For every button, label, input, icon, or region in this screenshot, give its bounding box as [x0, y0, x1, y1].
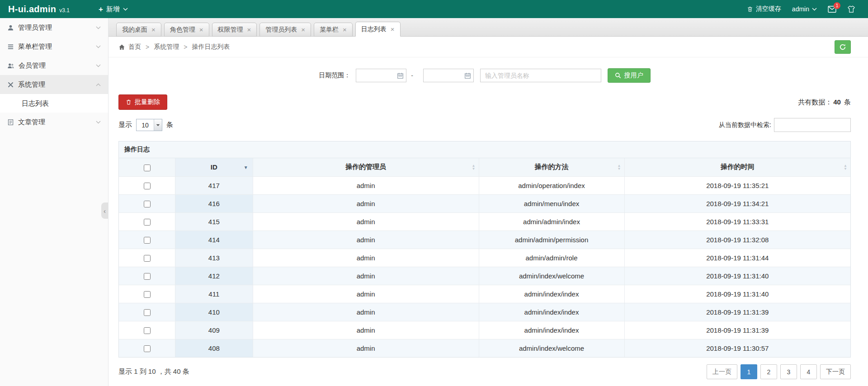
breadcrumb-system-manage[interactable]: 系统管理 — [154, 43, 179, 51]
tab-role-manage[interactable]: 角色管理 × — [164, 23, 209, 37]
refresh-icon — [839, 43, 846, 51]
row-checkbox[interactable] — [144, 309, 151, 316]
brand-version: v3.1 — [59, 7, 70, 14]
cell-time: 2018-09-19 11:31:40 — [624, 267, 850, 285]
tab-close-icon[interactable]: × — [391, 26, 395, 33]
trash-icon — [747, 6, 753, 13]
column-header-method[interactable]: 操作的方法 ▲▼ — [479, 158, 624, 176]
tab-my-desktop[interactable]: 我的桌面 × — [116, 23, 161, 37]
table-row: 409 admin admin/index/index 2018-09-19 1… — [119, 321, 850, 339]
row-checkbox[interactable] — [144, 345, 151, 352]
tab-close-icon[interactable]: × — [301, 26, 305, 33]
date-to-field[interactable] — [424, 69, 462, 82]
chevron-down-icon — [96, 64, 101, 67]
sidebar-collapse-handle[interactable]: ‹ — [101, 202, 108, 219]
user-menu[interactable]: admin — [792, 5, 817, 13]
breadcrumb-separator: > — [184, 43, 187, 51]
column-header-admin[interactable]: 操作的管理员 ▲▼ — [253, 158, 479, 176]
sidebar-item-system-manage[interactable]: 系统管理 — [0, 75, 108, 94]
next-page-button[interactable]: 下一页 — [820, 364, 851, 379]
cell-checkbox — [119, 176, 175, 194]
clear-cache-button[interactable]: 清空缓存 — [747, 5, 781, 13]
sidebar-item-article-manage[interactable]: 文章管理 — [0, 113, 108, 132]
total-count: 共有数据：40 条 — [798, 98, 851, 107]
tab-close-icon[interactable]: × — [247, 26, 251, 33]
table-controls: 显示 10 条 从当前数据中检索: — [118, 118, 851, 132]
pagination: 上一页 1 2 3 4 下一页 — [703, 364, 851, 379]
cell-method: admin/admin/permission — [479, 231, 624, 249]
search-user-label: 搜用户 — [624, 71, 643, 80]
cell-checkbox — [119, 249, 175, 267]
tab-permission-manage[interactable]: 权限管理 × — [212, 23, 257, 37]
page-button-4[interactable]: 4 — [800, 364, 817, 379]
tab-close-icon[interactable]: × — [151, 26, 156, 33]
column-header-time[interactable]: 操作的时间 ▲▼ — [624, 158, 850, 176]
tab-log-list[interactable]: 日志列表 × — [355, 22, 401, 37]
page-button-1[interactable]: 1 — [741, 364, 757, 379]
breadcrumb-home[interactable]: 首页 — [128, 43, 141, 51]
search-icon — [615, 72, 621, 79]
row-checkbox[interactable] — [144, 201, 151, 207]
cell-checkbox — [119, 339, 175, 357]
row-checkbox[interactable] — [144, 237, 151, 244]
page-length-select[interactable]: 10 — [136, 119, 162, 131]
sidebar-item-label: 文章管理 — [18, 118, 96, 127]
messages-button[interactable]: 1 — [828, 6, 836, 13]
cell-checkbox — [119, 231, 175, 249]
chevron-down-icon — [123, 8, 128, 11]
add-new-button[interactable]: + 新增 — [99, 5, 128, 14]
date-from-field[interactable] — [356, 69, 395, 82]
calendar-icon[interactable] — [397, 72, 404, 79]
table-filter-input[interactable] — [774, 118, 851, 132]
tab-menu-bar[interactable]: 菜单栏 × — [314, 23, 353, 37]
row-checkbox[interactable] — [144, 273, 151, 280]
theme-skin-button[interactable] — [847, 5, 855, 13]
column-header-id[interactable]: ID ▼ — [175, 158, 253, 176]
refresh-button[interactable] — [835, 40, 851, 54]
row-checkbox[interactable] — [144, 291, 151, 298]
user-icon — [7, 24, 14, 31]
table-header-row: ID ▼ 操作的管理员 ▲▼ 操作的方法 ▲▼ 操作的时间 — [119, 158, 850, 176]
page-button-2[interactable]: 2 — [760, 364, 777, 379]
sidebar-item-menu-manage[interactable]: 菜单栏管理 — [0, 37, 108, 56]
sidebar-item-admin-manage[interactable]: 管理员管理 — [0, 18, 108, 37]
row-checkbox[interactable] — [144, 255, 151, 262]
tab-label: 管理员列表 — [265, 26, 297, 34]
batch-delete-button[interactable]: 批量删除 — [118, 94, 167, 110]
date-range-separator: - — [411, 72, 413, 79]
prev-page-button[interactable]: 上一页 — [707, 364, 737, 379]
row-checkbox[interactable] — [144, 219, 151, 226]
calendar-icon[interactable] — [464, 72, 471, 79]
select-all-checkbox[interactable] — [144, 165, 151, 171]
cell-admin: admin — [253, 194, 479, 212]
date-to-input[interactable] — [423, 69, 474, 82]
table-toolbar: 批量删除 共有数据：40 条 — [118, 94, 851, 110]
row-checkbox[interactable] — [144, 183, 151, 189]
table-filter: 从当前数据中检索: — [719, 118, 851, 132]
trash-icon — [126, 99, 132, 105]
brand-logo[interactable]: H-ui.admin v3.1 — [8, 4, 70, 14]
cell-method: admin/index/index — [479, 321, 624, 339]
cell-method: admin/index/index — [479, 303, 624, 321]
sidebar-item-member-manage[interactable]: 会员管理 — [0, 56, 108, 75]
admin-name-input[interactable] — [480, 69, 601, 82]
select-dropdown-icon — [154, 119, 162, 131]
shirt-icon — [847, 5, 855, 13]
tab-close-icon[interactable]: × — [199, 26, 203, 33]
search-user-button[interactable]: 搜用户 — [608, 68, 651, 83]
cell-admin: admin — [253, 285, 479, 303]
sidebar-item-label: 会员管理 — [19, 61, 96, 70]
tab-admin-list[interactable]: 管理员列表 × — [259, 23, 311, 37]
table-row: 414 admin admin/admin/permission 2018-09… — [119, 231, 850, 249]
date-from-input[interactable] — [356, 69, 406, 82]
tab-close-icon[interactable]: × — [343, 26, 347, 33]
cell-id: 411 — [175, 285, 253, 303]
breadcrumb-bar: 首页 > 系统管理 > 操作日志列表 — [108, 37, 868, 57]
document-icon — [7, 119, 14, 126]
page-button-3[interactable]: 3 — [780, 364, 797, 379]
row-checkbox[interactable] — [144, 327, 151, 334]
sidebar-subitem-log-list[interactable]: 日志列表 — [0, 94, 108, 113]
cell-admin: admin — [253, 321, 479, 339]
home-icon — [118, 44, 125, 50]
log-table-body: 417 admin admin/operation/index 2018-09-… — [119, 176, 850, 357]
